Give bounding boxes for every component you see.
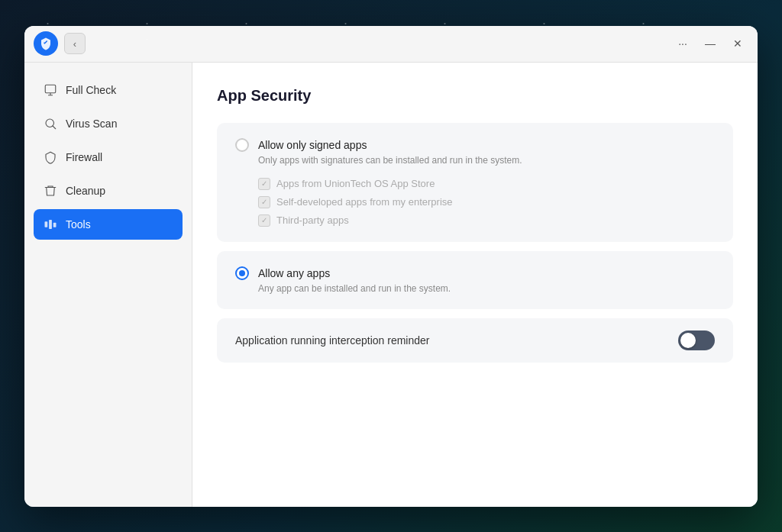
back-icon: ‹ — [73, 38, 76, 50]
sidebar-label-cleanup: Cleanup — [66, 185, 105, 197]
virus-scan-icon — [43, 116, 58, 131]
titlebar-controls: ··· — ✕ — [672, 33, 748, 54]
sidebar-item-virus-scan[interactable]: Virus Scan — [34, 108, 183, 139]
sidebar-label-virus-scan: Virus Scan — [66, 118, 117, 130]
sub-option-label-thirdparty: Third-party apps — [276, 214, 349, 226]
full-check-icon — [43, 82, 58, 98]
svg-rect-7 — [53, 222, 57, 227]
option-desc-any: Any app can be installed and run in the … — [258, 283, 715, 294]
sidebar-item-firewall[interactable]: Firewall — [34, 142, 183, 172]
option-header-any: Allow any apps — [235, 266, 715, 280]
svg-rect-6 — [49, 220, 52, 229]
sidebar-label-tools: Tools — [66, 218, 91, 231]
svg-line-4 — [53, 126, 56, 129]
main-window: ‹ ··· — ✕ — [24, 26, 758, 507]
toggle-row: Application running interception reminde… — [217, 318, 733, 363]
radio-any[interactable] — [235, 266, 249, 280]
option-card-any[interactable]: Allow any apps Any app can be installed … — [217, 251, 733, 309]
more-icon: ··· — [678, 37, 687, 50]
page-title: App Security — [217, 87, 733, 105]
sub-option-appstore: ✓ Apps from UnionTech OS App Store — [258, 178, 715, 190]
close-button[interactable]: ✕ — [727, 33, 748, 54]
sub-option-label-appstore: Apps from UnionTech OS App Store — [276, 178, 435, 189]
sidebar-item-tools[interactable]: Tools — [34, 209, 183, 240]
toggle-knob — [680, 333, 696, 348]
back-button[interactable]: ‹ — [64, 33, 86, 54]
option-title-signed: Allow only signed apps — [258, 139, 367, 151]
sub-options-signed: ✓ Apps from UnionTech OS App Store ✓ Sel… — [258, 178, 715, 227]
option-card-signed[interactable]: Allow only signed apps Only apps with si… — [217, 123, 733, 242]
radio-inner-any — [239, 270, 245, 276]
toggle-switch[interactable] — [678, 330, 715, 350]
svg-rect-0 — [45, 85, 56, 93]
more-button[interactable]: ··· — [672, 33, 693, 54]
option-title-any: Allow any apps — [258, 267, 330, 279]
main-content: Full Check Virus Scan Firewall — [24, 63, 758, 507]
minimize-button[interactable]: — — [700, 33, 721, 54]
content-area: App Security Allow only signed apps Only… — [192, 63, 758, 507]
checkbox-enterprise: ✓ — [258, 196, 270, 208]
firewall-icon — [43, 150, 58, 165]
close-icon: ✕ — [733, 37, 742, 50]
sidebar-item-cleanup[interactable]: Cleanup — [34, 176, 183, 206]
sidebar-label-full-check: Full Check — [66, 84, 116, 96]
sub-option-label-enterprise: Self-developed apps from my enterprise — [276, 196, 453, 208]
titlebar-left: ‹ — [34, 31, 86, 56]
checkbox-appstore: ✓ — [258, 178, 270, 190]
sidebar: Full Check Virus Scan Firewall — [24, 63, 192, 507]
checkbox-thirdparty: ✓ — [258, 214, 270, 227]
sidebar-item-full-check[interactable]: Full Check — [34, 75, 183, 105]
sidebar-label-firewall: Firewall — [66, 151, 102, 163]
option-desc-signed: Only apps with signatures can be install… — [258, 155, 715, 166]
cleanup-icon — [43, 183, 58, 198]
radio-signed[interactable] — [235, 138, 249, 152]
sub-option-thirdparty: ✓ Third-party apps — [258, 214, 715, 227]
tools-icon — [43, 217, 58, 232]
minimize-icon: — — [705, 37, 716, 50]
toggle-label: Application running interception reminde… — [235, 334, 429, 347]
svg-rect-5 — [45, 221, 48, 227]
titlebar: ‹ ··· — ✕ — [24, 26, 758, 63]
option-header-signed: Allow only signed apps — [235, 138, 715, 152]
sub-option-enterprise: ✓ Self-developed apps from my enterprise — [258, 196, 715, 208]
logo-icon — [34, 31, 58, 56]
